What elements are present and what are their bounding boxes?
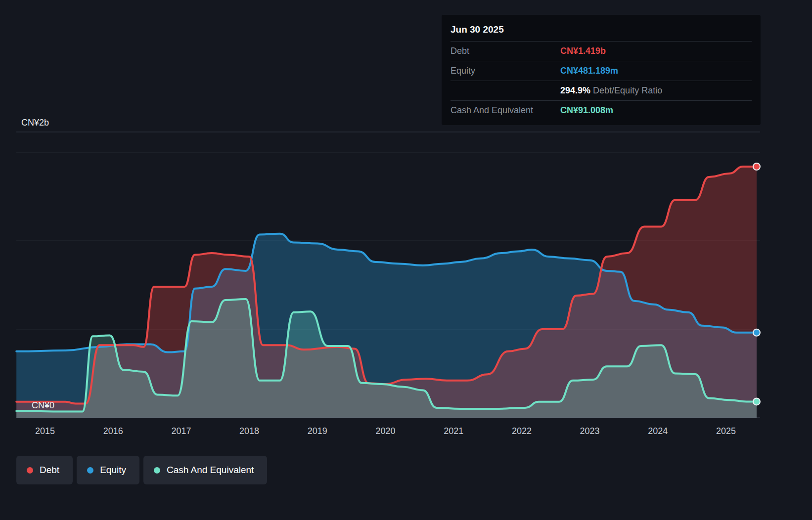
tooltip-date: Jun 30 2025 — [451, 19, 752, 42]
tooltip-debt-value: CN¥1.419b — [560, 46, 606, 56]
debt-equity-chart-page: CN¥2b CN¥0 20152016201720182019202020212… — [0, 0, 812, 520]
tooltip-row-ratio: 294.9% Debt/Equity Ratio — [451, 81, 752, 101]
x-axis-label: 2017 — [171, 426, 191, 436]
tooltip-equity-value: CN¥481.189m — [560, 66, 618, 76]
x-axis-label: 2020 — [375, 426, 395, 436]
tooltip-cash-label: Cash And Equivalent — [451, 105, 560, 116]
x-axis-label: 2018 — [239, 426, 259, 436]
legend-item-debt[interactable]: Debt — [16, 456, 73, 484]
tooltip-ratio-value: 294.9% Debt/Equity Ratio — [560, 86, 662, 96]
legend-equity-label: Equity — [100, 465, 126, 476]
tooltip-cash-value: CN¥91.008m — [560, 105, 613, 116]
tooltip-row-debt: Debt CN¥1.419b — [451, 42, 752, 61]
debt-dot-icon — [27, 467, 33, 474]
tooltip: Jun 30 2025 Debt CN¥1.419b Equity CN¥481… — [442, 15, 761, 125]
cash-end-marker[interactable] — [753, 398, 760, 405]
y-axis-max-label: CN¥2b — [21, 118, 49, 128]
equity-end-marker[interactable] — [753, 329, 760, 336]
x-axis-label: 2016 — [103, 426, 123, 436]
tooltip-row-cash: Cash And Equivalent CN¥91.008m — [451, 101, 752, 120]
tooltip-debt-label: Debt — [451, 46, 560, 56]
x-axis-label: 2023 — [580, 426, 600, 436]
legend-item-cash[interactable]: Cash And Equivalent — [143, 456, 267, 484]
x-axis-label: 2019 — [308, 426, 327, 436]
x-axis-label: 2024 — [648, 426, 668, 436]
tooltip-row-equity: Equity CN¥481.189m — [451, 61, 752, 81]
legend-cash-label: Cash And Equivalent — [167, 465, 254, 476]
x-axis-label: 2022 — [512, 426, 532, 436]
ratio-caption: Debt/Equity Ratio — [593, 86, 662, 95]
x-axis-label: 2025 — [716, 426, 736, 436]
tooltip-equity-label: Equity — [451, 66, 560, 76]
debt-end-marker[interactable] — [753, 163, 760, 170]
x-axis-label: 2015 — [35, 426, 55, 436]
legend-item-equity[interactable]: Equity — [77, 456, 139, 484]
legend: Debt Equity Cash And Equivalent — [16, 456, 267, 484]
cash-dot-icon — [154, 467, 160, 474]
legend-debt-label: Debt — [40, 465, 59, 476]
equity-dot-icon — [87, 467, 93, 474]
ratio-percent: 294.9% — [560, 86, 590, 95]
y-axis-zero-label: CN¥0 — [32, 400, 54, 411]
x-axis-label: 2021 — [444, 426, 463, 436]
